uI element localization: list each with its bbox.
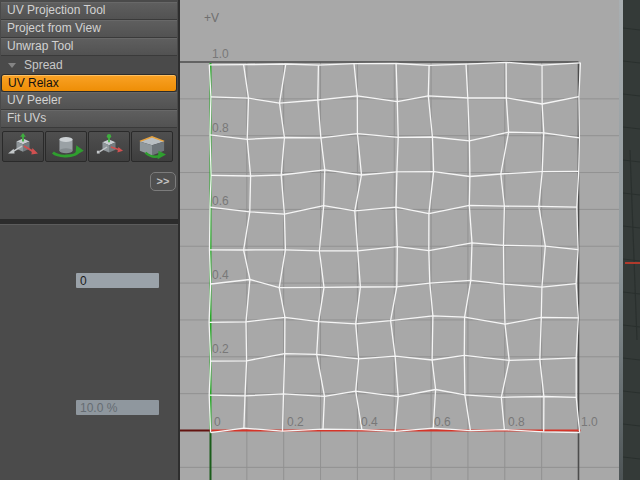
- move-tool-icon: [4, 133, 42, 161]
- transform-tool-button[interactable]: [88, 131, 130, 162]
- transform-tool-buttons: [2, 131, 177, 162]
- rotate-tool-button[interactable]: [45, 131, 87, 162]
- unwrap-box-tool-icon: [133, 133, 171, 161]
- spread-tool-list: UV Relax UV Peeler Fit UVs: [0, 74, 178, 128]
- triangle-down-icon: [8, 63, 16, 68]
- tool-item-unwrap[interactable]: Unwrap Tool: [1, 38, 177, 56]
- spread-section-label: Spread: [24, 57, 63, 74]
- v-axis-label: +V: [204, 11, 219, 25]
- application-window: UV Projection Tool Project from View Unw…: [0, 0, 640, 480]
- tool-item-project-from-view[interactable]: Project from View: [1, 20, 177, 38]
- spread-section-header[interactable]: Spread: [0, 57, 178, 74]
- iterations-field[interactable]: [76, 273, 159, 288]
- tool-item-uv-peeler[interactable]: UV Peeler: [1, 92, 177, 110]
- 3d-viewport-sliver[interactable]: [623, 0, 640, 480]
- percent-field[interactable]: [76, 400, 159, 415]
- uv-grid-canvas: [180, 0, 619, 480]
- tool-properties-panel: [0, 225, 178, 480]
- move-tool-button[interactable]: [2, 131, 44, 162]
- rotate-tool-icon: [47, 133, 85, 161]
- tool-list: UV Projection Tool Project from View Unw…: [0, 0, 178, 56]
- transform-tool-icon: [90, 133, 128, 161]
- tool-item-fit-uvs[interactable]: Fit UVs: [1, 110, 177, 128]
- more-options-button[interactable]: >>: [150, 172, 176, 191]
- uv-viewport[interactable]: +V 1.0 0.8 0.6 0.4 0.2 0 0.2 0.4 0.6 0.8…: [180, 0, 619, 480]
- tool-panel: UV Projection Tool Project from View Unw…: [0, 0, 180, 480]
- unwrap-box-tool-button[interactable]: [131, 131, 173, 162]
- tool-item-uv-projection[interactable]: UV Projection Tool: [1, 2, 177, 20]
- tool-item-uv-relax[interactable]: UV Relax: [1, 74, 177, 92]
- 3d-view-wireframe: [623, 0, 640, 480]
